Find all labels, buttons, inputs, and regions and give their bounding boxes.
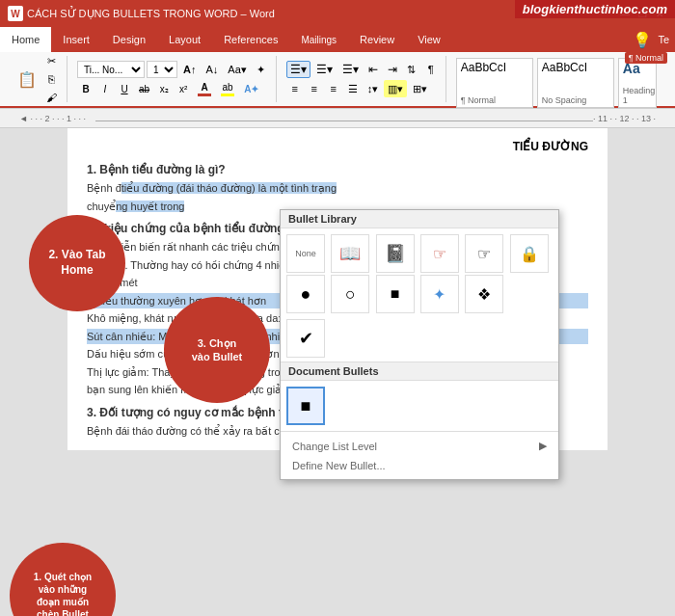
word-icon: W bbox=[8, 6, 23, 21]
bullet-item-circle-outline[interactable]: ○ bbox=[331, 275, 369, 313]
normal-badge: ¶ Normal bbox=[625, 52, 667, 64]
style-heading1[interactable]: Aa Heading 1 bbox=[618, 58, 657, 108]
ribbon-tabs: Home Insert Design Layout References Mai… bbox=[0, 27, 675, 52]
tab-mailings[interactable]: Mailings bbox=[289, 27, 348, 52]
style-no-spacing[interactable]: AaBbCcI No Spacing bbox=[537, 58, 614, 108]
ruler-right: · 11 · · 12 · · 13 · bbox=[593, 114, 656, 123]
tab-view[interactable]: View bbox=[406, 27, 452, 52]
bullet-library-header: Bullet Library bbox=[281, 210, 558, 228]
cut-button[interactable]: ✂ bbox=[42, 52, 61, 69]
bubble-bullet: 3. Chọn vào Bullet bbox=[164, 297, 270, 403]
justify-button[interactable]: ☰ bbox=[344, 80, 362, 97]
bullet-dropdown: Bullet Library None 📖 📓 ☞ ☞ 🔒 ● ○ ■ ✦ ❖ bbox=[280, 209, 559, 480]
bullet-item-book1[interactable]: 📖 bbox=[331, 234, 369, 273]
change-case-button[interactable]: Aa▾ bbox=[224, 61, 250, 78]
change-list-level-arrow: ▶ bbox=[539, 440, 547, 452]
clipboard-group: 📋 ✂ ⎘ 🖌 bbox=[8, 56, 68, 102]
strikethrough-button[interactable]: ab bbox=[135, 80, 153, 97]
increase-indent-button[interactable]: ⇥ bbox=[384, 61, 401, 78]
clear-format-button[interactable]: ✦ bbox=[253, 61, 270, 78]
style-normal[interactable]: AaBbCcI ¶ Normal bbox=[456, 58, 533, 108]
highlight-color-button[interactable]: ab bbox=[217, 80, 238, 97]
tab-insert[interactable]: Insert bbox=[51, 27, 101, 52]
tab-references[interactable]: References bbox=[212, 27, 289, 52]
bullet-item-square-filled[interactable]: ■ bbox=[376, 275, 415, 313]
format-painter-button[interactable]: 🖌 bbox=[42, 89, 61, 106]
font-size-select[interactable]: 13 bbox=[147, 61, 177, 78]
bullet-item-none[interactable]: None bbox=[286, 234, 325, 273]
numbering-button[interactable]: ☰▾ bbox=[312, 61, 337, 78]
ruler-line bbox=[95, 121, 593, 121]
bold-button[interactable]: B bbox=[77, 80, 94, 97]
multilevel-list-button[interactable]: ☰▾ bbox=[338, 61, 363, 78]
line-spacing-button[interactable]: ↕▾ bbox=[364, 80, 383, 97]
change-list-level-item[interactable]: Change List Level ▶ bbox=[281, 436, 558, 456]
context-menu-area: Change List Level ▶ Define New Bullet... bbox=[281, 431, 558, 479]
change-list-level-label: Change List Level bbox=[292, 441, 377, 452]
title-bar-left: W CÁCH SỬ DỤNG BULLETS TRONG WORD – Word bbox=[8, 6, 275, 21]
sort-button[interactable]: ⇅ bbox=[403, 61, 420, 78]
shading-button[interactable]: ▥▾ bbox=[384, 80, 407, 97]
define-new-bullet-label: Define New Bullet... bbox=[292, 460, 386, 471]
copy-button[interactable]: ⎘ bbox=[42, 70, 61, 88]
decrease-font-button[interactable]: A↓ bbox=[202, 61, 222, 78]
define-new-bullet-item[interactable]: Define New Bullet... bbox=[281, 456, 558, 475]
bullet-item-book2[interactable]: 📓 bbox=[376, 234, 415, 273]
paragraph-group: ☰▾ ☰▾ ☰▾ ⇤ ⇥ ⇅ ¶ ≡ ≡ ≡ ☰ ↕▾ ▥▾ ⊞▾ bbox=[281, 56, 446, 102]
bubble-home: 2. Vào Tab Home bbox=[29, 215, 125, 311]
increase-font-button[interactable]: A↑ bbox=[179, 61, 200, 78]
doc-text-1: Bệnh đtiểu đường (đái tháo đường) là một… bbox=[87, 180, 588, 197]
show-formatting-button[interactable]: ¶ bbox=[422, 61, 440, 78]
tab-home[interactable]: Home bbox=[0, 27, 51, 52]
doc-area: TIỂU ĐƯỜNG 1. Bệnh tiểu đường là gì? Bện… bbox=[0, 128, 675, 616]
document-bullets-area: ■ bbox=[281, 381, 558, 431]
page-heading: TIỂU ĐƯỜNG bbox=[87, 138, 588, 155]
title-bar-text: CÁCH SỬ DỤNG BULLETS TRONG WORD – Word bbox=[27, 8, 275, 20]
bullet-item-ornament[interactable]: ❖ bbox=[465, 275, 503, 313]
bullet-item-pointer2[interactable]: ☞ bbox=[465, 234, 503, 273]
superscript-button[interactable]: x² bbox=[175, 80, 192, 97]
bullet-grid-row2: ✔ bbox=[281, 319, 558, 362]
bullet-item-checkmark[interactable]: ✔ bbox=[286, 319, 325, 358]
doc-bullet-square[interactable]: ■ bbox=[286, 387, 325, 425]
tab-design[interactable]: Design bbox=[101, 27, 157, 52]
bullet-item-circle-filled[interactable]: ● bbox=[286, 275, 325, 313]
decrease-indent-button[interactable]: ⇤ bbox=[364, 61, 382, 78]
subscript-button[interactable]: x₂ bbox=[155, 80, 173, 97]
paste-button[interactable]: 📋 bbox=[14, 62, 40, 96]
bullet-item-star[interactable]: ✦ bbox=[420, 275, 459, 313]
borders-button[interactable]: ⊞▾ bbox=[409, 80, 431, 97]
text-effects-button[interactable]: A✦ bbox=[240, 80, 262, 97]
font-name-select[interactable]: Ti... No... bbox=[77, 61, 145, 78]
help-icon[interactable]: 💡 bbox=[633, 31, 652, 49]
bullet-item-pointer1[interactable]: ☞ bbox=[420, 234, 459, 273]
font-group: Ti... No... 13 A↑ A↓ Aa▾ ✦ B I U ab x₂ x… bbox=[71, 56, 277, 102]
align-center-button[interactable]: ≡ bbox=[306, 80, 323, 97]
bullet-item-lock[interactable]: 🔒 bbox=[510, 234, 549, 273]
bullet-grid: None 📖 📓 ☞ ☞ 🔒 ● ○ ■ ✦ ❖ bbox=[281, 228, 558, 319]
account-icon[interactable]: Te bbox=[658, 34, 669, 45]
ribbon: Home Insert Design Layout References Mai… bbox=[0, 27, 675, 109]
align-right-button[interactable]: ≡ bbox=[325, 80, 342, 97]
align-left-button[interactable]: ≡ bbox=[286, 80, 304, 97]
doc-heading-1: 1. Bệnh tiểu đường là gì? bbox=[87, 161, 588, 178]
ribbon-content: 📋 ✂ ⎘ 🖌 Ti... No... 13 A↑ A↓ Aa▾ bbox=[0, 52, 675, 108]
italic-button[interactable]: I bbox=[96, 80, 114, 97]
font-color-button[interactable]: A bbox=[194, 80, 215, 97]
title-bar: W CÁCH SỬ DỤNG BULLETS TRONG WORD – Word… bbox=[0, 0, 675, 27]
ruler-marker: ◄ · · · 2 · · · 1 · · · bbox=[19, 114, 86, 123]
blog-watermark: blogkienthuctinhoc.com bbox=[515, 0, 675, 18]
underline-button[interactable]: U bbox=[116, 80, 133, 97]
document-bullets-header: Document Bullets bbox=[281, 362, 558, 381]
ruler: ◄ · · · 2 · · · 1 · · · · 11 · · 12 · · … bbox=[0, 109, 675, 128]
bullets-button[interactable]: ☰▾ bbox=[286, 61, 310, 78]
tab-review[interactable]: Review bbox=[348, 27, 406, 52]
tab-layout[interactable]: Layout bbox=[157, 27, 212, 52]
